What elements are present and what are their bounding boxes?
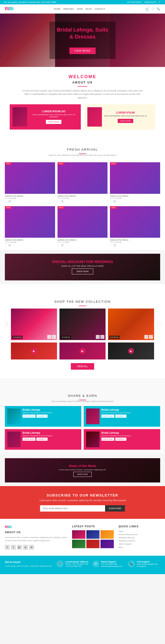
cart-add-icon[interactable]: 🛒 <box>61 200 64 202</box>
get-in-touch-grid: Get In touch Lorem ipsum dolor sit amet,… <box>5 560 160 569</box>
carousel-right-arrow[interactable]: › <box>155 322 160 327</box>
special-banner-shop-btn[interactable]: SHOP NOW <box>72 268 93 274</box>
product-card[interactable]: SALE OMNIS ISTE DRESS $ 5.99 $ 3.99 ♡ 🛒 <box>110 206 160 248</box>
share-card-share-btn[interactable]: SHARE IT <box>36 438 48 441</box>
hero-cta-button[interactable]: VIEW MORE <box>70 48 95 54</box>
play-button[interactable]: ▶ <box>80 348 86 354</box>
footer-post-image[interactable] <box>72 530 85 539</box>
footer-post-image[interactable] <box>72 540 85 548</box>
collection-item[interactable]: $ 5,99.00 ♡ 🛒 <box>60 308 106 340</box>
footer-link-blog[interactable]: Blog <box>119 546 160 548</box>
promo-card-1-btn[interactable]: SHOP NOW <box>46 120 62 124</box>
wishlist-icon[interactable]: ♡ <box>144 335 148 339</box>
footer-post-image[interactable] <box>100 540 114 548</box>
view-all-button[interactable]: VIEW ALL <box>71 363 94 370</box>
share-card: Bridal Lehenga Discover Thousands Of Gre… <box>84 406 160 427</box>
share-card-shop-btn[interactable]: SHOP NOW <box>102 414 114 418</box>
product-price: $ 3.99 <box>63 241 69 243</box>
nav-dresses[interactable]: DRESSES <box>63 8 74 10</box>
collection-item[interactable]: $ 5,99.00 ♡ 🛒 <box>11 308 57 340</box>
cart-icon[interactable]: 🛒 <box>52 335 56 339</box>
nav-contact[interactable]: CONTACT <box>95 8 105 10</box>
share-card-shop-btn[interactable]: SHOP NOW <box>22 414 36 418</box>
video-row: ▶ ▶ ▶ <box>5 342 160 360</box>
footer-link-sales[interactable]: Sales <box>119 530 160 532</box>
pinterest-icon[interactable]: p <box>23 545 28 550</box>
nav-shop[interactable]: SHOP <box>77 8 83 10</box>
share-card-share-btn[interactable]: SHARE IT <box>115 414 126 418</box>
nav-home[interactable]: HOME <box>54 8 60 10</box>
product-card[interactable]: SALE OMNIS ISTE DRESS $ 5.99 $ 3.99 ♡ 🛒 <box>5 162 55 204</box>
cart-add-icon[interactable]: 🛒 <box>113 244 116 246</box>
share-card-shop-btn[interactable]: SHOP NOW <box>22 438 36 441</box>
footer-link-brielle[interactable]: Brielle & Beauty Items <box>119 534 160 536</box>
share-card-text: Discover Thousands Of Great Products <box>22 412 52 414</box>
heart-icon[interactable]: ♡ <box>5 244 7 246</box>
footer-link-shipping[interactable]: Shipping & Returns <box>119 540 160 542</box>
footer-grid: RIBI About us Lorem ipsum dolor sit amet… <box>5 525 160 550</box>
play-button[interactable]: ▶ <box>128 348 134 354</box>
facebook-icon[interactable]: f <box>5 545 10 550</box>
cart-add-icon[interactable]: 🛒 <box>113 200 116 202</box>
footer-post-image[interactable] <box>100 530 114 539</box>
share-card-share-btn[interactable]: SHARE IT <box>115 438 126 441</box>
product-image: SALE <box>5 206 55 238</box>
play-button[interactable]: ▶ <box>31 348 37 354</box>
checkout-link[interactable]: CHECKOUT <box>144 1 156 4</box>
product-card[interactable]: SALE OMNIS ISTE DRESS $ 5.99 $ 3.99 ♡ 🛒 <box>110 162 160 204</box>
footer-link-help[interactable]: Help & Support <box>119 543 160 545</box>
video-item[interactable]: ▶ <box>60 342 106 360</box>
carousel-left-arrow[interactable]: ‹ <box>5 322 10 327</box>
newsletter-email-input[interactable] <box>40 505 105 512</box>
cart-icon[interactable]: 🛒 <box>100 335 104 339</box>
footer-post-image[interactable] <box>86 540 100 548</box>
product-card[interactable]: SALE OMNIS ISTE DRESS $ 5.99 $ 3.99 ♡ 🛒 <box>58 162 108 204</box>
share-card-text: Discover Thousands Of Great Products <box>22 435 52 436</box>
my-account-link[interactable]: MY ACCOUNT <box>127 1 142 4</box>
search-icon[interactable]: 🔍 <box>156 7 160 11</box>
cart-add-icon[interactable]: 🛒 <box>61 244 64 246</box>
product-price: $ 3.99 <box>11 197 16 200</box>
product-card[interactable]: SALE EARNS ISTE DRESS $ 5.99 $ 3.99 ♡ 🛒 <box>58 206 108 248</box>
share-card-heading: Bridal Lehenga <box>102 408 131 411</box>
heart-icon[interactable]: ♡ <box>58 200 60 202</box>
google-icon[interactable]: g+ <box>17 545 22 550</box>
promo-card-1: LOREM IPSUM DO Sed ut perspiciatis unde … <box>10 104 81 130</box>
nav-blog[interactable]: BLOG <box>86 8 92 10</box>
footer-logo: RIBI <box>5 525 67 529</box>
promo-card-2-btn[interactable]: SHOP NOW <box>118 119 133 123</box>
newsletter-subscribe-button[interactable]: SUBSCRIBE <box>105 505 125 512</box>
footer-links-title: Quick Links <box>119 525 160 528</box>
hero-banner: Bridal Lehnga, Suits & Dresses VIEW MORE <box>0 14 165 67</box>
heart-icon[interactable]: ♡ <box>58 244 60 246</box>
footer-link-wedding[interactable]: Wedding Offerings <box>119 536 160 539</box>
video-item[interactable]: ▶ <box>108 342 154 360</box>
twitter-icon[interactable]: t <box>11 545 16 550</box>
location-icon: 📍 <box>56 560 63 567</box>
wishlist-icon[interactable]: ♡ <box>96 335 100 339</box>
sale-badge: SALE <box>110 206 117 209</box>
share-card-image <box>7 408 20 424</box>
cart-icon[interactable]: 🛒 <box>145 7 150 11</box>
video-item[interactable]: ▶ <box>11 342 57 360</box>
heart-icon[interactable]: ♡ <box>5 200 7 202</box>
wishlist-icon[interactable]: ♡ <box>47 335 51 339</box>
cart-add-icon[interactable]: 🛒 <box>8 200 11 202</box>
product-card[interactable]: SALE OMNIS ISTE DRESS $ 5.99 $ 3.99 ♡ 🛒 <box>5 206 55 248</box>
heart-icon[interactable]: ♡ <box>110 200 112 202</box>
heart-icon[interactable]: ♡ <box>110 244 112 246</box>
special-banner-subtitle: SHOP ALL OF THE NEW ARRIVALS HERE <box>11 265 154 267</box>
deals-banner-shop-btn[interactable]: SHOP NOW <box>73 472 92 477</box>
product-image: SALE <box>58 162 108 194</box>
instagram-icon[interactable]: in <box>29 545 34 550</box>
footer-post-image[interactable] <box>86 530 100 539</box>
share-earn-title: SHARE & EARN <box>5 388 160 399</box>
cart-icon[interactable]: 🛒 <box>149 335 153 339</box>
cart-add-icon[interactable]: 🛒 <box>8 244 11 246</box>
git-email-text: +91-519-5464-786 business@example.com <box>101 563 122 567</box>
wishlist-icon[interactable]: ♡ <box>152 7 154 11</box>
collection-item[interactable]: $ 5,99.00 ♡ 🛒 <box>108 308 154 340</box>
share-card-shop-btn[interactable]: SHOP NOW <box>102 438 114 441</box>
topbar-search-icon[interactable]: 🔍 <box>159 1 161 4</box>
share-card-share-btn[interactable]: SHARE IT <box>36 414 48 418</box>
